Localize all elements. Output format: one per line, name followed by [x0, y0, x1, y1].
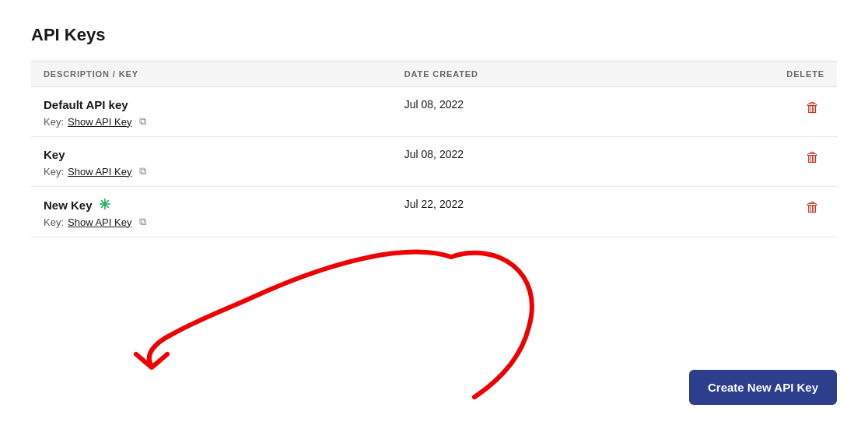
copy-icon[interactable]: ⧉ — [135, 164, 149, 178]
table-header: DESCRIPTION / KEY DATE CREATED DELETE — [31, 62, 837, 87]
key-sub-row: Key:Show API Key⧉ — [44, 164, 380, 178]
key-description-cell: KeyKey:Show API Key⧉ — [31, 137, 392, 187]
key-name-text: Default API key — [44, 98, 128, 111]
table-row: New Key✳Key:Show API Key⧉Jul 22, 2022🗑 — [31, 187, 837, 237]
date-created-cell: Jul 08, 2022 — [392, 87, 664, 137]
page-title: API Keys — [31, 25, 837, 45]
table-row: KeyKey:Show API Key⧉Jul 08, 2022🗑 — [31, 137, 837, 187]
show-api-key-link[interactable]: Show API Key — [68, 166, 131, 178]
date-created-cell: Jul 08, 2022 — [392, 137, 664, 187]
delete-cell: 🗑 — [664, 87, 837, 137]
col-header-delete: DELETE — [664, 62, 837, 87]
date-created-cell: Jul 22, 2022 — [392, 187, 664, 237]
delete-button[interactable]: 🗑 — [801, 98, 824, 118]
create-new-api-key-button[interactable]: Create New API Key — [689, 370, 837, 405]
col-header-description: DESCRIPTION / KEY — [31, 62, 392, 87]
key-name: Default API key — [44, 98, 380, 111]
table-row: Default API keyKey:Show API Key⧉Jul 08, … — [31, 87, 837, 137]
key-description-cell: New Key✳Key:Show API Key⧉ — [31, 187, 392, 237]
delete-button[interactable]: 🗑 — [801, 198, 824, 217]
page-container: API Keys DESCRIPTION / KEY DATE CREATED … — [0, 0, 868, 436]
delete-cell: 🗑 — [664, 187, 837, 237]
copy-icon[interactable]: ⧉ — [135, 114, 149, 128]
copy-icon[interactable]: ⧉ — [135, 215, 149, 229]
key-label: Key: — [44, 216, 64, 228]
col-header-date: DATE CREATED — [392, 62, 664, 87]
delete-button[interactable]: 🗑 — [801, 148, 824, 167]
key-label: Key: — [44, 166, 64, 178]
show-api-key-link[interactable]: Show API Key — [68, 216, 131, 228]
key-sub-row: Key:Show API Key⧉ — [44, 114, 380, 128]
table-body: Default API keyKey:Show API Key⧉Jul 08, … — [31, 87, 837, 237]
key-name: New Key✳ — [44, 198, 380, 212]
delete-cell: 🗑 — [664, 137, 837, 187]
key-name-text: New Key — [44, 199, 93, 212]
key-label: Key: — [44, 116, 64, 128]
key-sub-row: Key:Show API Key⧉ — [44, 215, 380, 229]
new-badge-icon: ✳ — [99, 198, 110, 212]
show-api-key-link[interactable]: Show API Key — [68, 116, 131, 128]
key-name: Key — [44, 148, 380, 161]
key-description-cell: Default API keyKey:Show API Key⧉ — [31, 87, 392, 137]
key-name-text: Key — [44, 148, 65, 161]
api-keys-table: DESCRIPTION / KEY DATE CREATED DELETE De… — [31, 61, 837, 237]
